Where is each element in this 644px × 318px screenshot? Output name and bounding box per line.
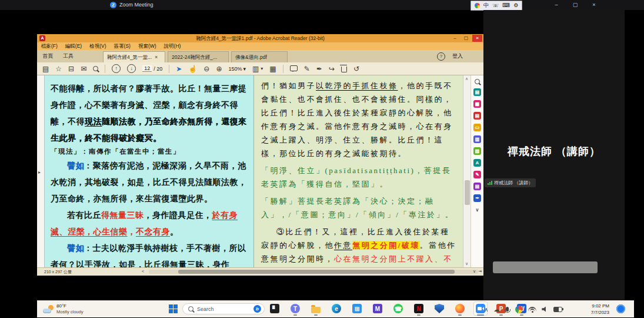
ime-settings-gear-icon[interactable]: ⚙ — [513, 1, 518, 10]
speaker-volume-icon[interactable] — [542, 306, 548, 313]
page-fit-icon[interactable]: ▥ — [252, 63, 259, 75]
office-app-icon[interactable]: ▘ — [268, 302, 282, 316]
sign-in-button[interactable]: 登入 — [452, 50, 463, 62]
comment-icon[interactable] — [290, 65, 298, 71]
search-document-tool-icon[interactable] — [475, 79, 480, 84]
doc-tab-2[interactable]: 2022-24雜阿含經_... — [168, 51, 229, 62]
onedrive-cloud-icon[interactable]: ☁ — [493, 306, 499, 313]
speaker-video-tile: 禪戒法師 （講師） 禪戒法師 （講師） — [483, 10, 625, 300]
acrobat-minimize-button[interactable]: – — [450, 35, 460, 42]
help-icon[interactable]: ? — [437, 52, 445, 61]
taskbar-clock[interactable]: 9:02 PM 7/7/2023 — [569, 303, 609, 316]
panel-collapse-icon[interactable]: ⇥ — [478, 269, 482, 274]
menu-window[interactable]: 視窗(W) — [138, 43, 156, 50]
running-indicator — [293, 314, 297, 316]
page-width-icon[interactable]: ▦ — [269, 63, 276, 75]
minimize-button[interactable]: – — [547, 0, 566, 10]
defender-shield-app-icon[interactable] — [432, 302, 446, 316]
close-button[interactable]: × — [585, 0, 603, 10]
tab-home[interactable]: 首頁 — [42, 50, 53, 62]
hand-tool-icon[interactable]: ☝ — [188, 63, 197, 75]
bing-icon[interactable]: b — [253, 305, 261, 313]
keyboard-icon[interactable]: ⌨ — [502, 1, 510, 10]
microphone-icon[interactable] — [506, 307, 509, 312]
edge-app-icon[interactable]: e — [329, 302, 343, 316]
zoom-in-icon[interactable]: ⊕ — [216, 63, 222, 75]
previous-page-icon[interactable]: ↑ — [112, 64, 121, 73]
email-icon[interactable]: ✉ — [81, 63, 86, 75]
scroll-left-icon[interactable]: < — [142, 269, 144, 273]
whatsapp-app-icon[interactable]: ☎ — [391, 302, 405, 316]
netflix-app-icon[interactable]: N — [412, 302, 426, 316]
trash-icon[interactable] — [341, 67, 347, 72]
firefox-app-icon[interactable] — [453, 302, 467, 316]
menu-view[interactable]: 檢視(V) — [89, 43, 106, 50]
rotate-icon[interactable]: ↺ — [353, 63, 359, 75]
language-color-icon[interactable] — [475, 3, 480, 8]
nav-expand-icon[interactable]: ▸ — [38, 170, 41, 175]
share-icon[interactable]: ↪ — [329, 63, 335, 75]
hidden-icons-chevron-icon[interactable]: ∧ — [484, 306, 488, 313]
organize-pages-tool-icon[interactable]: ▥ — [473, 135, 481, 143]
doc-tab-3[interactable]: 佛像&迴向.pdf — [231, 51, 288, 62]
start-button[interactable] — [169, 304, 178, 313]
microsoft-store-app-icon[interactable]: ⊞ — [350, 302, 364, 316]
weather-widget[interactable]: 80°F Mostly cloudy — [43, 303, 83, 314]
pencil-icon[interactable]: ✎ — [304, 63, 310, 75]
ime-chinese-icon[interactable]: 中 — [483, 1, 489, 10]
horizontal-scrollbar[interactable] — [149, 270, 478, 274]
menu-edit[interactable]: 編輯(E) — [65, 43, 82, 50]
m365-app-icon[interactable]: M — [371, 302, 385, 316]
zoom-out-icon[interactable]: ⊖ — [203, 63, 209, 75]
acrobat-close-button[interactable]: × — [472, 35, 482, 42]
compress-pdf-tool-icon[interactable]: ▧ — [473, 147, 481, 155]
tab-tools[interactable]: 工具 — [63, 50, 74, 62]
acrobat-statusbar: 210 x 297 公釐 < ∨ ⇥ — [37, 267, 483, 276]
navigation-pane-strip[interactable]: ▸ — [37, 75, 45, 267]
tab-close-icon[interactable]: × — [155, 54, 158, 60]
browser-color-icon[interactable] — [515, 306, 523, 313]
select-tool-icon[interactable]: ➤ — [176, 63, 182, 75]
fill-sign-tool-icon[interactable]: ✎ — [473, 171, 481, 178]
certificates-tool-icon[interactable]: ✒ — [473, 194, 481, 202]
menu-file[interactable]: 檔案(F) — [41, 43, 58, 50]
next-page-icon[interactable]: ↓ — [127, 64, 136, 73]
running-indicator — [417, 314, 421, 316]
convert-tool-icon[interactable]: A — [473, 159, 481, 167]
zoom-level-select[interactable]: 150% ▾ — [228, 66, 246, 72]
doc-tab-active[interactable]: 雜阿含經4_第一堂...× — [103, 51, 165, 62]
sign-pen-icon[interactable]: ✒ — [316, 63, 322, 75]
scroll-down-icon[interactable]: ∨ — [465, 261, 468, 266]
vertical-scrollbar[interactable]: ∧ ∨ — [463, 75, 471, 267]
teams-app-icon[interactable]: T — [288, 302, 302, 316]
taskbar-search[interactable]: Search b — [182, 303, 265, 314]
chevron-down-icon[interactable]: ▾ — [261, 63, 263, 75]
battery-icon[interactable] — [553, 307, 562, 312]
page-number-input[interactable]: 12 — [142, 65, 152, 72]
create-pdf-tool-icon[interactable]: ▦ — [473, 100, 481, 108]
stamp-tool-icon[interactable]: ▤ — [473, 183, 481, 190]
scrollbar-thumb[interactable] — [465, 180, 470, 205]
ime-language-bar[interactable]: 中 ☏ ⌨ ⚙ — [471, 1, 522, 11]
menu-sign[interactable]: 簽署(S) — [114, 43, 131, 50]
menu-help[interactable]: 說明(H) — [164, 43, 181, 50]
combine-files-tool-icon[interactable]: ▤ — [473, 112, 481, 120]
acrobat-titlebar[interactable]: A 雜阿含經4_第一堂課1.pdf - Adobe Acrobat Reader… — [37, 34, 483, 42]
acrobat-maximize-button[interactable]: ▢ — [461, 35, 471, 42]
system-tray: ∧ ☁ — [484, 304, 562, 314]
scrollbar-thumb[interactable] — [178, 270, 455, 274]
wifi-icon[interactable] — [528, 306, 536, 313]
comment-tool-icon[interactable]: ▭ — [473, 124, 481, 131]
save-file-icon[interactable]: ▤ — [42, 63, 49, 75]
scroll-up-icon[interactable]: ∧ — [465, 77, 468, 81]
star-favorites-icon[interactable]: ☆ — [55, 63, 62, 75]
file-explorer-app-icon[interactable] — [309, 302, 323, 316]
more-tools-chevron-icon[interactable]: ∨ — [473, 206, 481, 214]
print-icon[interactable]: ⊟ — [68, 63, 74, 75]
search-icon[interactable] — [93, 66, 98, 71]
maximize-button[interactable]: ▢ — [566, 0, 585, 10]
phone-icon[interactable]: ☏ — [492, 1, 499, 10]
scroll-down-icon[interactable]: ∨ — [473, 269, 476, 274]
export-pdf-tool-icon[interactable]: ▤ — [473, 88, 481, 96]
notification-icon[interactable] — [616, 304, 625, 313]
